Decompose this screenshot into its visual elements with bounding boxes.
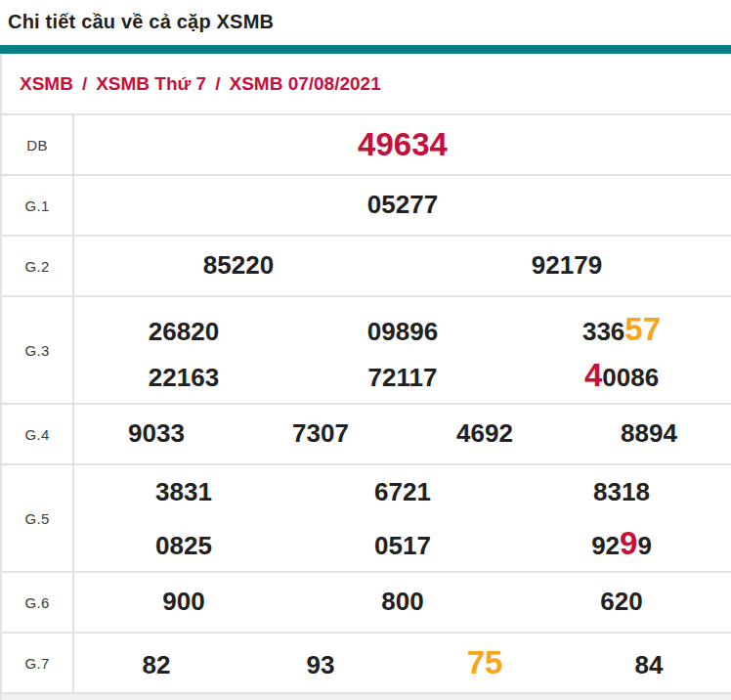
- row-label: G.2: [2, 237, 74, 295]
- prize-value: 9033: [74, 414, 238, 455]
- digit-segment: 4692: [456, 418, 513, 448]
- prize-value: 75: [403, 637, 567, 689]
- digit-segment: 82: [143, 650, 171, 679]
- prize-value: 7307: [238, 414, 403, 455]
- row-values: 900800620: [74, 573, 731, 632]
- prize-value: 40086: [512, 350, 731, 402]
- row-values: 49634: [74, 115, 731, 174]
- prize-line: 9033730746928894: [74, 414, 731, 455]
- prize-line: 900800620: [74, 582, 731, 623]
- digit-segment: 3831: [155, 477, 212, 506]
- row-label: G.1: [2, 176, 74, 235]
- row-label: G.7: [2, 634, 74, 692]
- table-row: G.782937584: [2, 634, 731, 694]
- table-row: G.3268200989633657221637211740086: [2, 297, 731, 405]
- prize-value: 09896: [293, 312, 512, 353]
- digit-segment: 05277: [367, 190, 438, 219]
- row-label: G.3: [2, 297, 74, 403]
- digit-segment: 09896: [367, 317, 438, 346]
- prize-line: 082505179299: [74, 518, 731, 564]
- row-values: 9033730746928894: [74, 405, 731, 463]
- row-label: G.5: [2, 465, 74, 571]
- breadcrumb-link-xsmb[interactable]: XSMB: [20, 73, 73, 95]
- prize-value: 82: [74, 645, 238, 686]
- prize-value: 26820: [74, 312, 293, 353]
- digit-segment: 9: [637, 531, 651, 560]
- digit-segment: 900: [162, 587, 204, 616]
- digit-segment: 85220: [203, 250, 274, 280]
- digit-segment: 57: [624, 311, 661, 347]
- row-values: 383167218318082505179299: [74, 465, 731, 571]
- prize-value: 6721: [293, 472, 512, 513]
- prize-value: 800: [293, 582, 512, 623]
- table-row: G.49033730746928894: [2, 405, 731, 465]
- prize-value: 93: [238, 645, 403, 686]
- prize-line: 05277: [74, 185, 731, 226]
- digit-segment: 75: [467, 644, 503, 680]
- digit-segment: 92179: [532, 250, 602, 280]
- digit-segment: 93: [307, 650, 335, 679]
- prize-value: 85220: [74, 245, 403, 286]
- table-row: DB49634: [2, 115, 731, 176]
- row-values: 05277: [74, 176, 731, 235]
- breadcrumb-separator: /: [215, 73, 220, 95]
- prize-line: 49634: [74, 119, 731, 171]
- prize-line: 221637211740086: [74, 350, 731, 396]
- prize-value: 900: [74, 582, 293, 623]
- digit-segment: 0517: [374, 531, 431, 560]
- next-row-cutoff: [2, 694, 731, 700]
- digit-segment: 0086: [602, 363, 659, 392]
- prize-value: 0825: [74, 526, 293, 567]
- breadcrumb-link-xsmb-date[interactable]: XSMB 07/08/2021: [229, 73, 380, 95]
- digit-segment: 72117: [368, 363, 438, 392]
- table-row: G.6900800620: [2, 573, 731, 634]
- breadcrumb-link-xsmb-thu7[interactable]: XSMB Thứ 7: [96, 73, 206, 95]
- page-title: Chi tiết cầu về cả cặp XSMB: [0, 0, 731, 45]
- prize-value: 8894: [567, 414, 731, 455]
- prize-value: 22163: [74, 358, 293, 399]
- digit-segment: 8894: [621, 418, 677, 448]
- results-board: XSMB / XSMB Thứ 7 / XSMB 07/08/2021 DB49…: [0, 54, 731, 700]
- lottery-results-page: Chi tiết cầu về cả cặp XSMB XSMB / XSMB …: [0, 0, 731, 700]
- prize-value: 4692: [403, 414, 567, 455]
- digit-segment: 800: [381, 587, 423, 616]
- digit-segment: 22163: [149, 363, 219, 392]
- prize-line: 8522092179: [74, 245, 731, 286]
- prize-value: 0517: [293, 526, 512, 567]
- prize-value: 05277: [74, 185, 731, 226]
- digit-segment: 9: [620, 525, 637, 561]
- prize-line: 82937584: [74, 637, 731, 689]
- prize-value: 84: [567, 645, 731, 686]
- row-values: 82937584: [74, 634, 731, 692]
- row-values: 268200989633657221637211740086: [74, 297, 731, 403]
- digit-segment: 6721: [374, 477, 431, 506]
- table-row: G.5383167218318082505179299: [2, 465, 731, 573]
- results-table: DB49634G.105277G.28522092179G.3268200989…: [2, 115, 731, 694]
- digit-segment: 92: [591, 531, 620, 560]
- row-label: G.4: [2, 405, 74, 463]
- prize-value: 33657: [512, 304, 731, 356]
- digit-segment: 0825: [155, 531, 212, 560]
- breadcrumb: XSMB / XSMB Thứ 7 / XSMB 07/08/2021: [2, 54, 731, 115]
- row-label: G.6: [2, 573, 74, 632]
- row-label: DB: [2, 115, 74, 174]
- digit-segment: 9033: [128, 418, 185, 448]
- prize-value: 620: [512, 582, 731, 623]
- prize-value: 8318: [512, 472, 731, 513]
- prize-line: 268200989633657: [74, 304, 731, 350]
- digit-segment: 336: [582, 317, 624, 346]
- digit-segment: 4: [584, 357, 602, 393]
- row-values: 8522092179: [74, 237, 731, 295]
- table-row: G.105277: [2, 176, 731, 237]
- digit-segment: 84: [635, 650, 664, 679]
- prize-value: 49634: [74, 119, 731, 171]
- digit-segment: 7307: [292, 418, 349, 448]
- teal-accent-bar: [0, 45, 731, 54]
- prize-value: 92179: [403, 245, 731, 286]
- prize-value: 72117: [293, 358, 512, 399]
- prize-value: 9299: [512, 518, 731, 570]
- table-row: G.28522092179: [2, 237, 731, 297]
- digit-segment: 8318: [593, 477, 650, 506]
- digit-segment: 620: [600, 587, 642, 616]
- digit-segment: 26820: [149, 317, 219, 346]
